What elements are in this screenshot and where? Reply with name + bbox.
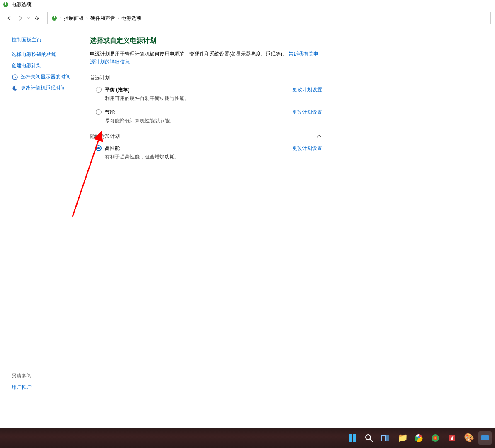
taskbar: 📁 ¥ 🎨 (0, 428, 495, 448)
plan-power-saver: 节能 尽可能降低计算机性能以节能。 更改计划设置 (96, 109, 322, 124)
description-text: 电源计划是用于管理计算机如何使用电源的一套硬件和系统设置(如显示器亮度、睡眠等)… (90, 51, 287, 57)
change-plan-settings-link[interactable]: 更改计划设置 (292, 86, 322, 102)
svg-rect-3 (54, 16, 55, 18)
radio-high-performance[interactable] (96, 145, 102, 151)
plan-high-performance: 高性能 有利于提高性能，但会增加功耗。 更改计划设置 (96, 145, 322, 161)
change-plan-settings-link[interactable]: 更改计划设置 (292, 145, 322, 161)
page-description: 电源计划是用于管理计算机如何使用电源的一套硬件和系统设置(如显示器亮度、睡眠等)… (90, 50, 322, 66)
nav-up-button[interactable] (32, 13, 42, 24)
svg-rect-13 (386, 435, 389, 441)
sidebar: 控制面板主页 选择电源按钮的功能 创建电源计划 选择关闭显示器的时间 更改计算机… (0, 27, 85, 416)
section-title: 隐藏附加计划 (90, 133, 120, 140)
plan-name: 平衡 (推荐) (105, 86, 284, 93)
nav-back-button[interactable] (4, 13, 15, 24)
svg-rect-22 (483, 441, 487, 441)
folder-icon: 📁 (398, 433, 407, 443)
sidebar-item-label: 更改计算机睡眠时间 (21, 85, 66, 92)
svg-rect-6 (349, 434, 352, 438)
divider (114, 78, 322, 78)
sidebar-link-sleep-time[interactable]: 更改计算机睡眠时间 (12, 85, 78, 92)
chevron-right-icon: › (118, 16, 119, 21)
svg-point-10 (366, 435, 371, 440)
content-area: 控制面板主页 选择电源按钮的功能 创建电源计划 选择关闭显示器的时间 更改计算机… (0, 27, 495, 416)
svg-rect-1 (5, 2, 6, 5)
main-panel: 选择或自定义电源计划 电源计划是用于管理计算机如何使用电源的一套硬件和系统设置(… (85, 27, 495, 416)
plan-description: 利用可用的硬件自动平衡功耗与性能。 (105, 95, 284, 102)
paint-button[interactable]: 🎨 (462, 431, 475, 445)
nav-history-dropdown[interactable] (26, 17, 32, 20)
moon-icon (12, 85, 18, 92)
preferred-plans-section: 首选计划 平衡 (推荐) 利用可用的硬件自动平衡功耗与性能。 更改计划设置 节能… (90, 74, 322, 124)
window-title: 电源选项 (12, 1, 32, 8)
window-titlebar: 电源选项 (0, 0, 495, 9)
svg-rect-7 (353, 434, 356, 438)
start-button[interactable] (346, 431, 359, 445)
power-icon (51, 15, 58, 22)
sidebar-item-label: 选择关闭显示器的时间 (21, 73, 70, 80)
sidebar-user-accounts-link[interactable]: 用户帐户 (12, 384, 78, 391)
plan-description: 尽可能降低计算机性能以节能。 (105, 117, 284, 124)
radio-balanced[interactable] (96, 87, 102, 93)
chevron-up-icon (316, 134, 322, 139)
breadcrumb-item[interactable]: 控制面板 (64, 15, 84, 22)
divider (124, 136, 322, 136)
sidebar-link-create-plan[interactable]: 创建电源计划 (12, 62, 78, 69)
chrome-button[interactable] (412, 431, 425, 445)
sidebar-see-also-header: 另请参阅 (12, 373, 78, 380)
chevron-right-icon: › (86, 16, 87, 21)
svg-line-11 (370, 439, 373, 442)
svg-point-18 (434, 437, 436, 439)
svg-rect-12 (382, 435, 385, 441)
sidebar-link-power-button[interactable]: 选择电源按钮的功能 (12, 51, 78, 58)
search-button[interactable] (362, 431, 376, 445)
taskbar-center: 📁 ¥ 🎨 (346, 431, 492, 445)
nav-forward-button[interactable] (15, 13, 26, 24)
section-header-hidden[interactable]: 隐藏附加计划 (90, 133, 322, 140)
plan-description: 有利于提高性能，但会增加功耗。 (105, 153, 284, 161)
address-bar[interactable]: › 控制面板 › 硬件和声音 › 电源选项 (47, 12, 491, 24)
clock-icon (12, 74, 18, 80)
page-title: 选择或自定义电源计划 (90, 37, 488, 45)
change-plan-settings-link[interactable]: 更改计划设置 (292, 109, 322, 124)
section-title: 首选计划 (90, 74, 110, 81)
sidebar-home-link[interactable]: 控制面板主页 (12, 37, 78, 44)
sidebar-see-also: 另请参阅 用户帐户 (12, 373, 78, 395)
task-view-button[interactable] (379, 431, 392, 445)
plan-name: 节能 (105, 109, 284, 116)
svg-text:¥: ¥ (451, 436, 454, 441)
sidebar-link-display-off[interactable]: 选择关闭显示器的时间 (12, 73, 78, 80)
svg-rect-9 (353, 438, 356, 442)
hidden-plans-section: 隐藏附加计划 高性能 有利于提高性能，但会增加功耗。 更改计划设置 (90, 133, 322, 161)
app-y-button[interactable]: ¥ (445, 431, 459, 445)
palette-icon: 🎨 (464, 433, 473, 443)
svg-rect-8 (349, 438, 352, 442)
section-header-preferred: 首选计划 (90, 74, 322, 81)
navigation-bar: › 控制面板 › 硬件和声音 › 电源选项 (0, 9, 495, 27)
spacer (0, 416, 495, 428)
power-icon (2, 1, 9, 8)
radio-power-saver[interactable] (96, 109, 102, 115)
plan-balanced: 平衡 (推荐) 利用可用的硬件自动平衡功耗与性能。 更改计划设置 (96, 86, 322, 102)
chevron-right-icon: › (60, 16, 61, 21)
breadcrumb-item[interactable]: 硬件和声音 (90, 15, 115, 22)
svg-rect-21 (481, 435, 489, 440)
browser2-button[interactable] (429, 431, 442, 445)
control-panel-button[interactable] (478, 431, 492, 445)
plan-name: 高性能 (105, 145, 284, 152)
explorer-button[interactable]: 📁 (396, 431, 409, 445)
breadcrumb-item[interactable]: 电源选项 (121, 15, 141, 22)
